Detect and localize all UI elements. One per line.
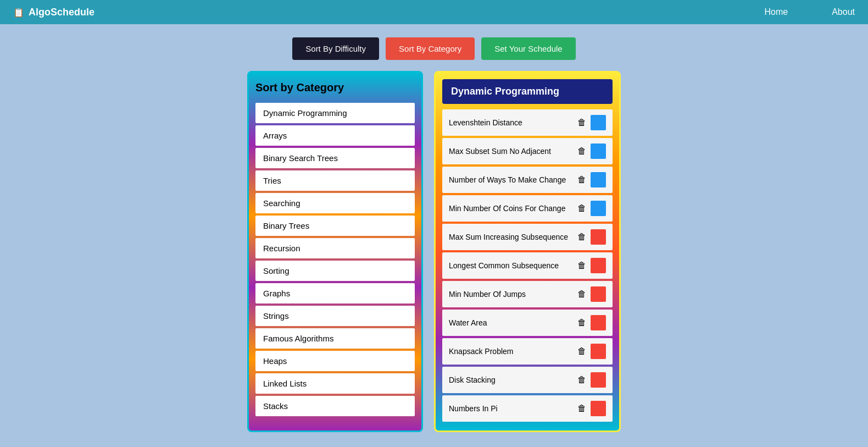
- right-panel-header: Dynamic Programming: [442, 79, 613, 104]
- about-link[interactable]: About: [832, 7, 855, 17]
- difficulty-badge: [591, 315, 606, 330]
- algo-item: Number of Ways To Make Change🗑: [442, 167, 613, 193]
- algo-item-name: Disk Stacking: [449, 376, 575, 384]
- trash-button[interactable]: 🗑: [575, 288, 588, 300]
- algo-item-name: Levenshtein Distance: [449, 118, 575, 127]
- trash-button[interactable]: 🗑: [575, 231, 588, 243]
- brand-name: AlgoSchedule: [29, 7, 94, 18]
- difficulty-badge: [591, 229, 606, 245]
- trash-button[interactable]: 🗑: [575, 345, 588, 357]
- navbar: 📋 AlgoSchedule Home About: [0, 0, 868, 24]
- algo-item-actions: 🗑: [575, 344, 606, 359]
- trash-button[interactable]: 🗑: [575, 145, 588, 157]
- sort-category-button[interactable]: Sort By Category: [386, 37, 475, 60]
- difficulty-badge: [591, 172, 606, 187]
- category-item[interactable]: Sorting: [255, 261, 415, 281]
- algo-item-actions: 🗑: [575, 144, 606, 159]
- algo-item-name: Knapsack Problem: [449, 347, 575, 356]
- algo-item-name: Max Sum Increasing Subsequence: [449, 233, 575, 241]
- algo-item: Max Subset Sum No Adjacent🗑: [442, 138, 613, 164]
- sort-difficulty-button[interactable]: Sort By Difficulty: [292, 37, 379, 60]
- category-list: Dynamic ProgrammingArraysBinary Search T…: [255, 103, 415, 418]
- category-item[interactable]: Searching: [255, 193, 415, 213]
- home-link[interactable]: Home: [765, 7, 788, 17]
- category-item[interactable]: Dynamic Programming: [255, 103, 415, 123]
- algo-item-name: Number of Ways To Make Change: [449, 175, 575, 184]
- trash-button[interactable]: 🗑: [575, 117, 588, 129]
- category-item[interactable]: Binary Search Trees: [255, 148, 415, 168]
- category-item[interactable]: Graphs: [255, 283, 415, 303]
- algo-item-name: Longest Common Subsequence: [449, 261, 575, 270]
- left-panel: Sort by Category Dynamic ProgrammingArra…: [247, 71, 423, 432]
- brand: 📋 AlgoSchedule: [13, 7, 765, 18]
- difficulty-badge: [591, 201, 606, 216]
- category-item[interactable]: Arrays: [255, 125, 415, 146]
- category-item[interactable]: Linked Lists: [255, 373, 415, 394]
- toolbar: Sort By Difficulty Sort By Category Set …: [0, 24, 868, 71]
- category-item[interactable]: Recursion: [255, 238, 415, 258]
- algo-item-name: Water Area: [449, 318, 575, 327]
- difficulty-badge: [591, 286, 606, 302]
- algo-item: Min Number Of Jumps🗑: [442, 281, 613, 307]
- algo-item: Levenshtein Distance🗑: [442, 109, 613, 136]
- trash-button[interactable]: 🗑: [575, 260, 588, 272]
- algo-item-actions: 🗑: [575, 229, 606, 245]
- difficulty-badge: [591, 372, 606, 388]
- trash-button[interactable]: 🗑: [575, 202, 588, 214]
- trash-button[interactable]: 🗑: [575, 402, 588, 415]
- difficulty-badge: [591, 258, 606, 273]
- algo-item-actions: 🗑: [575, 401, 606, 416]
- algo-item: Water Area🗑: [442, 310, 613, 336]
- algo-item-actions: 🗑: [575, 258, 606, 273]
- algo-item: Max Sum Increasing Subsequence🗑: [442, 224, 613, 250]
- algo-item-actions: 🗑: [575, 172, 606, 187]
- difficulty-badge: [591, 344, 606, 359]
- left-panel-title: Sort by Category: [255, 79, 415, 96]
- category-item[interactable]: Strings: [255, 306, 415, 326]
- difficulty-badge: [591, 115, 606, 130]
- algo-item-name: Min Number Of Coins For Change: [449, 204, 575, 213]
- main-content: Sort by Category Dynamic ProgrammingArra…: [0, 71, 868, 432]
- category-item[interactable]: Tries: [255, 170, 415, 191]
- algo-item: Min Number Of Coins For Change🗑: [442, 195, 613, 222]
- algo-item-actions: 🗑: [575, 201, 606, 216]
- algo-item: Numbers In Pi🗑: [442, 395, 613, 422]
- brand-icon: 📋: [13, 7, 24, 18]
- right-panel: Dynamic Programming Levenshtein Distance…: [434, 71, 621, 432]
- trash-button[interactable]: 🗑: [575, 374, 588, 386]
- algo-list: Levenshtein Distance🗑Max Subset Sum No A…: [442, 109, 613, 422]
- category-item[interactable]: Heaps: [255, 351, 415, 371]
- set-schedule-button[interactable]: Set Your Schedule: [481, 37, 575, 60]
- algo-item: Longest Common Subsequence🗑: [442, 252, 613, 279]
- algo-item-actions: 🗑: [575, 286, 606, 302]
- algo-item-actions: 🗑: [575, 372, 606, 388]
- algo-item-name: Min Number Of Jumps: [449, 290, 575, 299]
- category-item[interactable]: Stacks: [255, 396, 415, 416]
- trash-button[interactable]: 🗑: [575, 174, 588, 186]
- algo-item-name: Max Subset Sum No Adjacent: [449, 147, 575, 156]
- category-item[interactable]: Famous Algorithms: [255, 328, 415, 349]
- category-item[interactable]: Binary Trees: [255, 216, 415, 236]
- navbar-links: Home About: [765, 7, 855, 17]
- algo-item-actions: 🗑: [575, 315, 606, 330]
- trash-button[interactable]: 🗑: [575, 317, 588, 329]
- algo-item: Knapsack Problem🗑: [442, 338, 613, 365]
- difficulty-badge: [591, 401, 606, 416]
- algo-item-actions: 🗑: [575, 115, 606, 130]
- algo-item-name: Numbers In Pi: [449, 404, 575, 413]
- difficulty-badge: [591, 144, 606, 159]
- algo-item: Disk Stacking🗑: [442, 367, 613, 393]
